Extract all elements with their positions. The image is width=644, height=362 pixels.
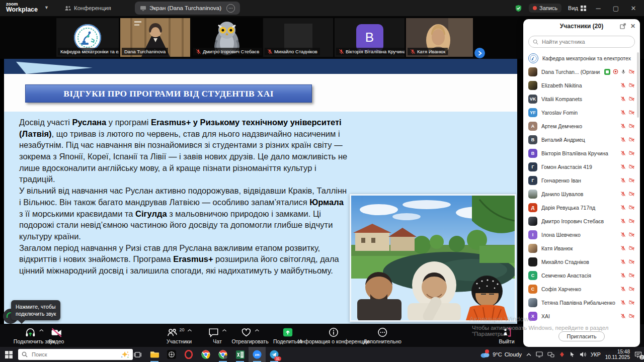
zoom-workplace-logo[interactable]: zoom Workplace xyxy=(6,2,38,14)
participant-row[interactable]: ВВиталий Андриец xyxy=(523,133,640,146)
leave-button[interactable]: Выйти xyxy=(499,324,514,347)
participants-button[interactable]: 20Участники xyxy=(166,324,192,347)
search-input[interactable] xyxy=(31,351,98,358)
recording-indicator[interactable]: Запись xyxy=(529,4,561,13)
participants-search[interactable] xyxy=(528,36,635,48)
mic-icon[interactable] xyxy=(621,69,626,74)
video-tile[interactable]: Михайло Стадніков xyxy=(263,18,333,57)
mic-off-icon[interactable] xyxy=(620,286,626,292)
tab-screen-share[interactable]: Экран (Dana Turchaninova) ⋯ xyxy=(135,2,240,15)
mic-off-icon[interactable] xyxy=(620,96,626,102)
mic-off-icon[interactable] xyxy=(620,191,626,197)
security-shield-icon[interactable] xyxy=(515,5,522,12)
participant-row[interactable]: Катя Иванюк xyxy=(523,241,640,255)
file-explorer-icon[interactable] xyxy=(146,347,163,362)
participant-row[interactable]: ГГомон Анастасія 419 xyxy=(523,160,640,173)
tray-chevron-icon[interactable] xyxy=(526,353,531,356)
participants-search-input[interactable] xyxy=(541,38,630,45)
camera-off-icon[interactable] xyxy=(628,164,635,169)
weather-widget[interactable]: 9°C Cloudy xyxy=(480,351,522,358)
participant-row[interactable]: ССемченко Анастасія xyxy=(523,268,640,282)
mic-off-icon[interactable] xyxy=(620,82,626,88)
dark-app-icon[interactable] xyxy=(163,347,180,362)
camera-off-icon[interactable] xyxy=(628,218,635,224)
mic-off-icon[interactable] xyxy=(620,123,626,129)
participant-row[interactable]: Тетяна Павлівна Рибальченко xyxy=(523,296,640,309)
mic-off-icon[interactable] xyxy=(620,150,626,156)
participant-row[interactable]: YFYaroslav Fomin xyxy=(523,106,640,119)
speaker-icon[interactable] xyxy=(580,351,586,357)
mic-off-icon[interactable] xyxy=(620,259,626,264)
participant-row[interactable]: ІІлона Шевченко xyxy=(523,228,640,241)
logo-chevron-icon[interactable]: ▼ xyxy=(44,5,49,10)
participant-row[interactable]: Михайло Стадніков xyxy=(523,255,640,268)
video-tile[interactable]: ВВікторія Віталіївна Кручина xyxy=(335,18,405,57)
camera-off-icon[interactable] xyxy=(628,110,635,115)
camera-off-icon[interactable] xyxy=(628,300,635,305)
participant-row[interactable]: ВВікторія Віталіївна Кручина xyxy=(523,146,640,160)
video-tile[interactable]: Катя Иванюк xyxy=(406,18,473,57)
chevron-up-icon[interactable] xyxy=(39,329,44,332)
taskbar-clock[interactable]: 15:48 10.11.2025 xyxy=(605,349,630,360)
display-icon[interactable] xyxy=(536,351,543,357)
panel-close-icon[interactable]: ✕ xyxy=(630,23,635,30)
network-icon[interactable] xyxy=(547,351,554,357)
mic-off-icon[interactable] xyxy=(620,245,626,251)
next-participants-icon[interactable] xyxy=(474,48,485,58)
chrome-alt-icon[interactable] xyxy=(214,347,231,362)
red-app-tray-icon[interactable] xyxy=(559,351,565,357)
chrome-icon[interactable] xyxy=(197,347,214,362)
mic-off-icon[interactable] xyxy=(620,232,626,237)
chevron-up-icon[interactable] xyxy=(255,329,260,332)
camera-off-icon[interactable] xyxy=(628,96,635,102)
participant-row[interactable]: Дмитро Ігорович Стебаєв xyxy=(523,214,640,228)
telegram-icon[interactable]: 31 xyxy=(266,347,283,362)
participant-row[interactable]: Elizabeth Nikitina xyxy=(523,78,640,92)
camera-off-icon[interactable] xyxy=(628,259,635,264)
react-button[interactable]: Отреагировать xyxy=(231,324,268,347)
copilot-sparkle-icon[interactable] xyxy=(120,351,129,358)
close-button[interactable]: ✕ xyxy=(628,5,639,12)
view-button[interactable]: Вид xyxy=(568,5,586,11)
start-button[interactable] xyxy=(0,347,17,362)
info-button[interactable]: Информация о конференции xyxy=(298,324,369,347)
camera-off-icon[interactable] xyxy=(628,232,635,237)
mic-off-icon[interactable] xyxy=(620,110,626,115)
opera-icon[interactable] xyxy=(180,347,197,362)
camera-off-icon[interactable] xyxy=(628,123,635,129)
participant-row[interactable]: ГГончаренко Іван xyxy=(523,173,640,187)
participant-row[interactable]: Dana Turchan... (Организатор) xyxy=(523,65,640,78)
invite-button[interactable]: Пригласить xyxy=(558,331,605,341)
mic-off-icon[interactable] xyxy=(620,313,626,319)
participant-row[interactable]: Кафедра мехатроніки та електротехніки (Я… xyxy=(523,51,640,65)
tab-meeting[interactable]: Конференция xyxy=(64,0,111,16)
mic-off-icon[interactable] xyxy=(620,205,626,210)
camera-off-icon[interactable] xyxy=(628,191,635,197)
camera-off-icon[interactable] xyxy=(628,82,635,88)
video-tile[interactable]: Дмитро Ігорович Стебаєв xyxy=(192,18,262,57)
taskbar-search[interactable] xyxy=(18,349,133,360)
video-tile[interactable]: Dana Turchaninova xyxy=(120,18,190,57)
task-view-icon[interactable] xyxy=(129,347,146,362)
mic-off-icon[interactable] xyxy=(620,177,626,183)
participant-row[interactable]: ААртем Демченко xyxy=(523,119,640,133)
participant-row[interactable]: Данило Шувалов xyxy=(523,187,640,201)
camera-off-icon[interactable] xyxy=(628,273,635,278)
maximize-button[interactable]: ▢ xyxy=(610,5,621,12)
mic-off-icon[interactable] xyxy=(620,137,626,142)
excel-icon[interactable] xyxy=(231,347,249,362)
chevron-up-icon[interactable] xyxy=(222,329,227,332)
camera-off-icon[interactable] xyxy=(628,137,635,142)
chat-button[interactable]: Чат xyxy=(208,324,227,347)
participant-row[interactable]: ССофія Харченко xyxy=(523,282,640,296)
participant-row[interactable]: VKVitalii Kompanets xyxy=(523,92,640,106)
mic-off-icon[interactable] xyxy=(620,300,626,305)
mic-off-icon[interactable] xyxy=(620,164,626,169)
camera-off-icon[interactable] xyxy=(628,69,635,74)
zoom-icon[interactable]: zm xyxy=(249,347,266,362)
minimize-button[interactable]: ─ xyxy=(593,5,604,12)
mic-off-icon[interactable] xyxy=(620,273,626,278)
camera-off-icon[interactable] xyxy=(628,245,635,251)
notification-center-icon[interactable]: 2 xyxy=(634,351,642,358)
participant-row[interactable]: XXAI xyxy=(523,309,640,323)
